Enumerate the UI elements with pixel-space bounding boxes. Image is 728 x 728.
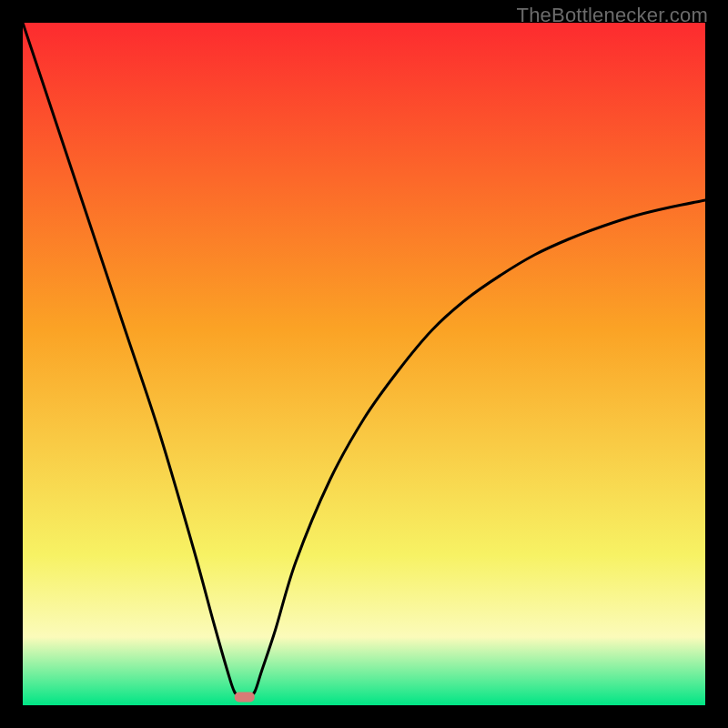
watermark-text: TheBottlenecker.com: [517, 4, 708, 27]
chart-outer: TheBottlenecker.com: [0, 0, 728, 728]
optimum-marker: [235, 693, 255, 703]
plot-area: [23, 23, 705, 705]
gradient-background: [23, 23, 705, 705]
bottleneck-chart-svg: [23, 23, 705, 705]
